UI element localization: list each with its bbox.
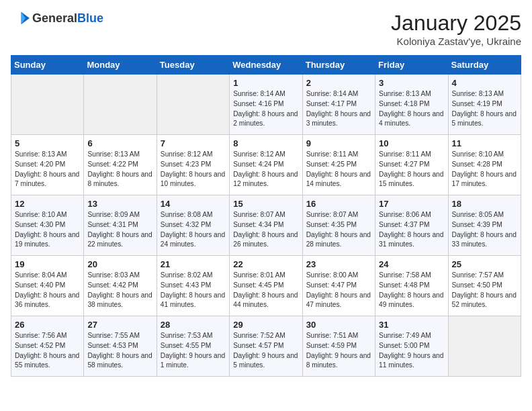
calendar-cell: 28Sunrise: 7:53 AMSunset: 4:55 PMDayligh…: [157, 316, 229, 377]
cell-content: Sunrise: 8:07 AMSunset: 4:34 PMDaylight:…: [233, 210, 298, 250]
cell-content: Sunrise: 8:13 AMSunset: 4:18 PMDaylight:…: [379, 89, 444, 129]
weekday-header: Tuesday: [157, 56, 229, 75]
day-number: 23: [306, 259, 371, 269]
cell-content: Sunrise: 8:12 AMSunset: 4:24 PMDaylight:…: [233, 150, 298, 189]
calendar-cell: 21Sunrise: 8:02 AMSunset: 4:43 PMDayligh…: [157, 256, 229, 316]
calendar-cell: 30Sunrise: 7:51 AMSunset: 4:59 PMDayligh…: [302, 316, 375, 377]
calendar-cell: 2Sunrise: 8:14 AMSunset: 4:17 PMDaylight…: [302, 75, 375, 135]
cell-content: Sunrise: 8:12 AMSunset: 4:23 PMDaylight:…: [161, 150, 226, 189]
cell-content: Sunrise: 8:06 AMSunset: 4:37 PMDaylight:…: [379, 210, 444, 250]
cell-content: Sunrise: 8:13 AMSunset: 4:20 PMDaylight:…: [15, 150, 80, 189]
cell-content: Sunrise: 8:10 AMSunset: 4:30 PMDaylight:…: [15, 210, 80, 250]
day-number: 8: [233, 138, 298, 148]
day-number: 12: [15, 199, 80, 209]
calendar-cell: 17Sunrise: 8:06 AMSunset: 4:37 PMDayligh…: [375, 195, 448, 256]
cell-content: Sunrise: 8:09 AMSunset: 4:31 PMDaylight:…: [87, 210, 152, 250]
weekday-header: Friday: [375, 56, 448, 75]
day-number: 29: [233, 320, 298, 330]
calendar-cell: 29Sunrise: 7:52 AMSunset: 4:57 PMDayligh…: [230, 316, 302, 377]
cell-content: Sunrise: 8:04 AMSunset: 4:40 PMDaylight:…: [15, 271, 80, 310]
calendar-cell: 25Sunrise: 7:57 AMSunset: 4:50 PMDayligh…: [448, 256, 521, 316]
calendar-cell: [448, 316, 521, 377]
cell-content: Sunrise: 7:52 AMSunset: 4:57 PMDaylight:…: [233, 331, 298, 371]
weekday-header: Monday: [84, 56, 157, 75]
day-number: 4: [452, 78, 517, 88]
calendar-table: SundayMondayTuesdayWednesdayThursdayFrid…: [11, 55, 521, 377]
day-number: 1: [233, 78, 298, 88]
calendar-cell: 23Sunrise: 8:00 AMSunset: 4:47 PMDayligh…: [302, 256, 375, 316]
day-number: 19: [15, 259, 80, 269]
cell-content: Sunrise: 8:13 AMSunset: 4:19 PMDaylight:…: [452, 89, 517, 129]
cell-content: Sunrise: 8:10 AMSunset: 4:28 PMDaylight:…: [452, 150, 517, 189]
calendar-cell: [11, 75, 84, 135]
day-number: 28: [161, 320, 226, 330]
calendar-cell: [157, 75, 229, 135]
day-number: 27: [87, 320, 152, 330]
day-number: 3: [379, 78, 444, 88]
calendar-cell: 19Sunrise: 8:04 AMSunset: 4:40 PMDayligh…: [11, 256, 84, 316]
cell-content: Sunrise: 8:11 AMSunset: 4:25 PMDaylight:…: [306, 150, 371, 189]
day-number: 5: [15, 138, 80, 148]
day-number: 11: [452, 138, 517, 148]
cell-content: Sunrise: 8:14 AMSunset: 4:16 PMDaylight:…: [233, 89, 298, 129]
weekday-header: Wednesday: [230, 56, 302, 75]
calendar-cell: 13Sunrise: 8:09 AMSunset: 4:31 PMDayligh…: [84, 195, 157, 256]
day-number: 18: [452, 199, 517, 209]
day-number: 7: [161, 138, 226, 148]
calendar-cell: 11Sunrise: 8:10 AMSunset: 4:28 PMDayligh…: [448, 135, 521, 195]
title-block: January 2025 Koloniya Zastav'ye, Ukraine: [391, 11, 521, 47]
cell-content: Sunrise: 8:14 AMSunset: 4:17 PMDaylight:…: [306, 89, 371, 129]
calendar-cell: 12Sunrise: 8:10 AMSunset: 4:30 PMDayligh…: [11, 195, 84, 256]
cell-content: Sunrise: 8:02 AMSunset: 4:43 PMDaylight:…: [161, 271, 226, 310]
calendar-cell: 24Sunrise: 7:58 AMSunset: 4:48 PMDayligh…: [375, 256, 448, 316]
day-number: 26: [15, 320, 80, 330]
logo-text: GeneralBlue: [32, 11, 103, 26]
weekday-header: Saturday: [448, 56, 521, 75]
day-number: 21: [161, 259, 226, 269]
calendar-cell: 18Sunrise: 8:05 AMSunset: 4:39 PMDayligh…: [448, 195, 521, 256]
calendar-cell: 26Sunrise: 7:56 AMSunset: 4:52 PMDayligh…: [11, 316, 84, 377]
calendar-week-row: 5Sunrise: 8:13 AMSunset: 4:20 PMDaylight…: [11, 135, 521, 195]
day-number: 14: [161, 199, 226, 209]
day-number: 10: [379, 138, 444, 148]
calendar-week-row: 26Sunrise: 7:56 AMSunset: 4:52 PMDayligh…: [11, 316, 521, 377]
calendar-cell: 15Sunrise: 8:07 AMSunset: 4:34 PMDayligh…: [230, 195, 302, 256]
cell-content: Sunrise: 8:05 AMSunset: 4:39 PMDaylight:…: [452, 210, 517, 250]
cell-content: Sunrise: 8:08 AMSunset: 4:32 PMDaylight:…: [161, 210, 226, 250]
calendar-cell: 10Sunrise: 8:11 AMSunset: 4:27 PMDayligh…: [375, 135, 448, 195]
day-number: 2: [306, 78, 371, 88]
cell-content: Sunrise: 7:53 AMSunset: 4:55 PMDaylight:…: [161, 331, 226, 371]
cell-content: Sunrise: 8:03 AMSunset: 4:42 PMDaylight:…: [87, 271, 152, 310]
logo-blue: Blue: [77, 11, 103, 25]
day-number: 30: [306, 320, 371, 330]
cell-content: Sunrise: 8:13 AMSunset: 4:22 PMDaylight:…: [87, 150, 152, 189]
logo-general: General: [32, 11, 77, 25]
calendar-week-row: 19Sunrise: 8:04 AMSunset: 4:40 PMDayligh…: [11, 256, 521, 316]
day-number: 17: [379, 199, 444, 209]
day-number: 16: [306, 199, 371, 209]
calendar-cell: 31Sunrise: 7:49 AMSunset: 5:00 PMDayligh…: [375, 316, 448, 377]
cell-content: Sunrise: 8:00 AMSunset: 4:47 PMDaylight:…: [306, 271, 371, 310]
weekday-header: Thursday: [302, 56, 375, 75]
weekday-header: Sunday: [11, 56, 84, 75]
cell-content: Sunrise: 7:58 AMSunset: 4:48 PMDaylight:…: [379, 271, 444, 310]
calendar-cell: [84, 75, 157, 135]
page-header: GeneralBlue January 2025 Koloniya Zastav…: [11, 11, 521, 47]
calendar-cell: 14Sunrise: 8:08 AMSunset: 4:32 PMDayligh…: [157, 195, 229, 256]
day-number: 13: [87, 199, 152, 209]
day-number: 24: [379, 259, 444, 269]
day-number: 25: [452, 259, 517, 269]
day-number: 6: [87, 138, 152, 148]
calendar-week-row: 1Sunrise: 8:14 AMSunset: 4:16 PMDaylight…: [11, 75, 521, 135]
calendar-cell: 27Sunrise: 7:55 AMSunset: 4:53 PMDayligh…: [84, 316, 157, 377]
calendar-cell: 4Sunrise: 8:13 AMSunset: 4:19 PMDaylight…: [448, 75, 521, 135]
cell-content: Sunrise: 8:07 AMSunset: 4:35 PMDaylight:…: [306, 210, 371, 250]
month-title: January 2025: [391, 11, 521, 36]
cell-content: Sunrise: 7:49 AMSunset: 5:00 PMDaylight:…: [379, 331, 444, 371]
calendar-cell: 8Sunrise: 8:12 AMSunset: 4:24 PMDaylight…: [230, 135, 302, 195]
cell-content: Sunrise: 7:57 AMSunset: 4:50 PMDaylight:…: [452, 271, 517, 310]
cell-content: Sunrise: 8:01 AMSunset: 4:45 PMDaylight:…: [233, 271, 298, 310]
cell-content: Sunrise: 8:11 AMSunset: 4:27 PMDaylight:…: [379, 150, 444, 189]
logo-icon: [11, 11, 30, 26]
calendar-cell: 20Sunrise: 8:03 AMSunset: 4:42 PMDayligh…: [84, 256, 157, 316]
